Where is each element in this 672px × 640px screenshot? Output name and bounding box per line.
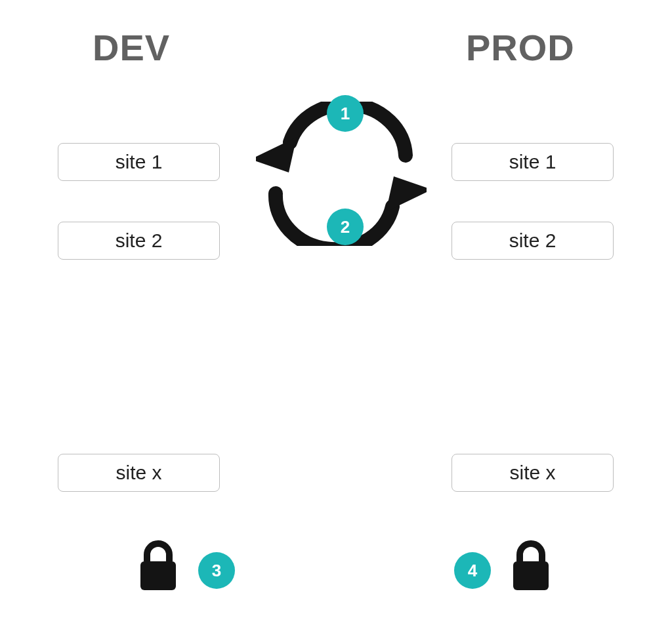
prod-site-2-label: site 2 xyxy=(509,230,556,252)
step-badge-3: 3 xyxy=(198,552,235,589)
step-badge-4: 4 xyxy=(454,552,491,589)
dev-site-x-box: site x xyxy=(58,454,220,492)
dev-site-x-label: site x xyxy=(116,462,161,484)
dev-site-1-label: site 1 xyxy=(116,151,163,173)
lock-icon xyxy=(511,539,551,591)
prod-site-2-box: site 2 xyxy=(452,222,614,260)
dev-site-1-box: site 1 xyxy=(58,143,220,181)
prod-site-x-label: site x xyxy=(509,462,555,484)
lock-icon xyxy=(138,539,178,591)
heading-prod: PROD xyxy=(466,26,575,69)
svg-marker-1 xyxy=(386,176,427,212)
prod-site-x-box: site x xyxy=(452,454,614,492)
heading-dev: DEV xyxy=(93,26,170,69)
dev-site-2-label: site 2 xyxy=(116,230,163,252)
dev-site-2-box: site 2 xyxy=(58,222,220,260)
prod-site-1-label: site 1 xyxy=(509,151,556,173)
step-badge-2: 2 xyxy=(327,209,364,245)
svg-marker-0 xyxy=(256,137,297,172)
svg-rect-2 xyxy=(140,561,176,590)
step-badge-1: 1 xyxy=(327,95,364,132)
prod-site-1-box: site 1 xyxy=(452,143,614,181)
svg-rect-3 xyxy=(513,561,549,590)
